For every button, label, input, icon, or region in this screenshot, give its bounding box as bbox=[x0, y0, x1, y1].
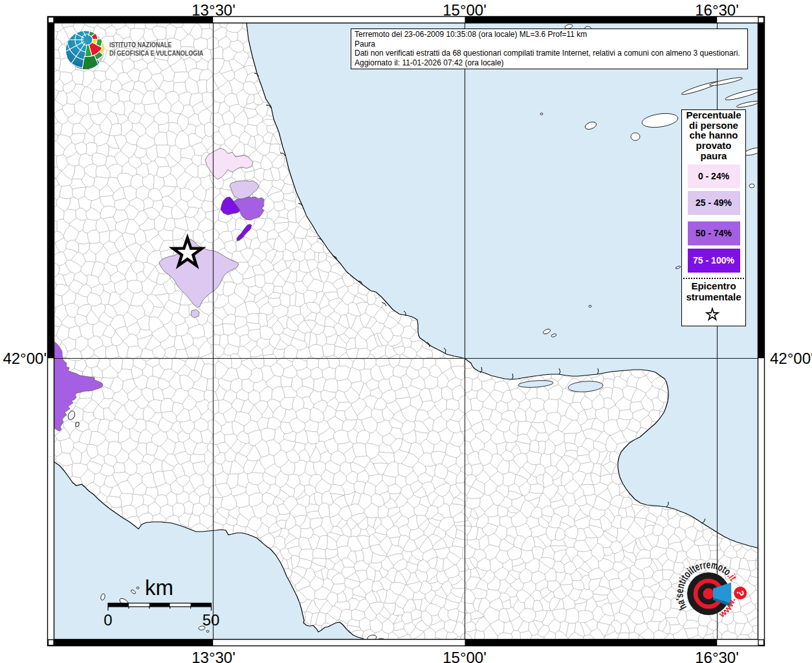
svg-text:?: ? bbox=[735, 590, 747, 597]
